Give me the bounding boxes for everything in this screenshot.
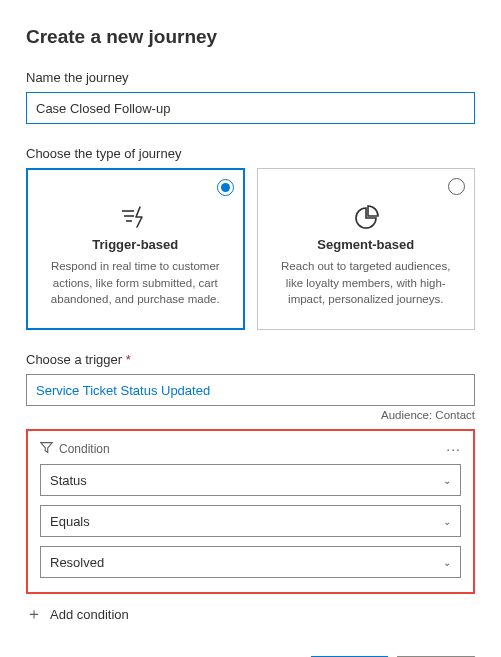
option-trigger-based[interactable]: Trigger-based Respond in real time to cu… (26, 168, 245, 330)
type-section-label: Choose the type of journey (26, 146, 475, 161)
condition-attribute-select[interactable]: Status ⌄ (40, 464, 461, 496)
chevron-down-icon: ⌄ (443, 557, 451, 568)
card-desc: Respond in real time to customer actions… (41, 258, 230, 308)
audience-label: Audience: Contact (26, 409, 475, 421)
plus-icon: ＋ (26, 606, 42, 622)
select-value: Status (50, 473, 87, 488)
chevron-down-icon: ⌄ (443, 516, 451, 527)
condition-value-select[interactable]: Resolved ⌄ (40, 546, 461, 578)
more-icon[interactable]: ··· (446, 442, 461, 456)
radio-unselected-icon (448, 178, 465, 195)
add-condition-button[interactable]: ＋ Add condition (26, 606, 475, 622)
add-condition-label: Add condition (50, 607, 129, 622)
select-value: Resolved (50, 555, 104, 570)
journey-name-input[interactable] (26, 92, 475, 124)
card-title: Trigger-based (41, 237, 230, 252)
condition-panel: Condition ··· Status ⌄ Equals ⌄ Resolved… (26, 429, 475, 594)
name-field-label: Name the journey (26, 70, 475, 85)
condition-title: Condition (59, 442, 110, 456)
segment-icon (272, 205, 461, 231)
trigger-icon (41, 205, 230, 231)
option-segment-based[interactable]: Segment-based Reach out to targeted audi… (257, 168, 476, 330)
card-desc: Reach out to targeted audiences, like lo… (272, 258, 461, 308)
select-value: Equals (50, 514, 90, 529)
filter-icon (40, 441, 53, 457)
required-mark: * (126, 352, 131, 367)
page-title: Create a new journey (26, 26, 475, 48)
trigger-value: Service Ticket Status Updated (36, 383, 210, 398)
trigger-select[interactable]: Service Ticket Status Updated (26, 374, 475, 406)
chevron-down-icon: ⌄ (443, 475, 451, 486)
svg-marker-3 (41, 443, 52, 453)
trigger-field-label: Choose a trigger * (26, 352, 475, 367)
card-title: Segment-based (272, 237, 461, 252)
condition-operator-select[interactable]: Equals ⌄ (40, 505, 461, 537)
radio-selected-icon (217, 179, 234, 196)
